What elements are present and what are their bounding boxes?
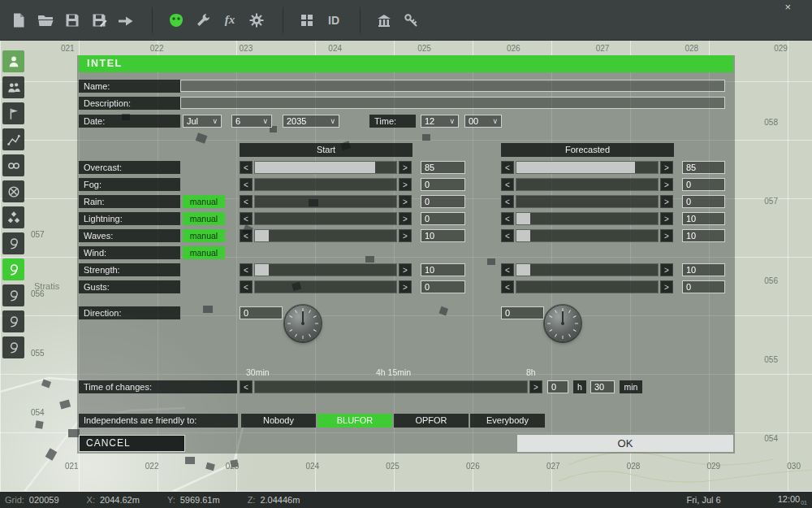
start-decrease-button[interactable]: <: [240, 263, 253, 276]
groups-mode-icon[interactable]: [2, 76, 24, 98]
forecast-increase-button[interactable]: >: [660, 212, 673, 225]
start-value-field[interactable]: 0: [421, 212, 465, 225]
start-value-field[interactable]: 0: [421, 178, 465, 191]
export-icon[interactable]: [114, 8, 138, 33]
modules-grid-icon[interactable]: [295, 8, 319, 33]
start-slider[interactable]: [254, 280, 397, 293]
time-of-changes-increase-button[interactable]: >: [529, 380, 542, 393]
manual-toggle-button[interactable]: manual: [183, 195, 225, 208]
forecast-increase-button[interactable]: >: [660, 178, 673, 191]
intel-icon[interactable]: [2, 258, 24, 280]
save-as-icon[interactable]: [87, 8, 111, 33]
start-slider[interactable]: [254, 178, 397, 191]
sensor-3-icon[interactable]: [2, 310, 24, 332]
forecast-value-field[interactable]: 10: [682, 263, 725, 276]
wind-direction-dial-forecast[interactable]: [545, 306, 581, 341]
independents-option-everybody[interactable]: Everybody: [470, 414, 545, 428]
forecast-decrease-button[interactable]: <: [501, 263, 514, 276]
minute-dropdown[interactable]: 00 ∨: [464, 115, 502, 128]
start-slider[interactable]: [254, 229, 397, 242]
manual-toggle-button[interactable]: manual: [183, 246, 225, 259]
start-value-field[interactable]: 10: [421, 263, 465, 276]
ok-button[interactable]: OK: [517, 435, 733, 452]
open-folder-icon[interactable]: [33, 8, 58, 33]
start-increase-button[interactable]: >: [399, 195, 412, 208]
modules-icon[interactable]: [2, 206, 24, 228]
forecast-value-field[interactable]: 10: [682, 212, 725, 225]
hour-dropdown[interactable]: 12 ∨: [421, 115, 459, 128]
start-value-field[interactable]: 0: [421, 195, 465, 208]
start-decrease-button[interactable]: <: [240, 280, 253, 293]
forecast-slider[interactable]: [516, 280, 659, 293]
sensor-1-icon[interactable]: [2, 232, 24, 254]
independents-option-opfor[interactable]: OPFOR: [394, 414, 469, 428]
id-icon[interactable]: ID: [322, 8, 346, 33]
independents-option-nobody[interactable]: Nobody: [241, 414, 316, 428]
wind-direction-dial-start[interactable]: [285, 306, 321, 341]
description-input[interactable]: [180, 97, 725, 109]
start-value-field[interactable]: 10: [421, 229, 465, 242]
start-increase-button[interactable]: >: [399, 178, 412, 191]
manual-toggle-button[interactable]: manual: [183, 212, 225, 225]
window-close-button[interactable]: ×: [781, 2, 794, 13]
start-slider[interactable]: [254, 195, 397, 208]
month-dropdown[interactable]: Jul ∨: [183, 115, 222, 128]
day-dropdown[interactable]: 6 ∨: [231, 115, 272, 128]
independents-option-blufor[interactable]: BLUFOR: [317, 414, 392, 428]
hours-field[interactable]: 0: [547, 380, 568, 393]
forecast-decrease-button[interactable]: <: [501, 178, 514, 191]
name-input[interactable]: [180, 80, 725, 92]
forecast-decrease-button[interactable]: <: [501, 212, 514, 225]
forecast-value-field[interactable]: 85: [682, 161, 725, 174]
cancel-button[interactable]: CANCEL: [79, 435, 185, 452]
year-dropdown[interactable]: 2035 ∨: [283, 115, 339, 128]
forecast-increase-button[interactable]: >: [660, 195, 673, 208]
functions-icon[interactable]: fx: [218, 8, 242, 33]
forecast-increase-button[interactable]: >: [660, 263, 673, 276]
waypoints-icon[interactable]: [2, 128, 24, 150]
start-increase-button[interactable]: >: [399, 212, 412, 225]
start-increase-button[interactable]: >: [399, 280, 412, 293]
manual-toggle-button[interactable]: manual: [183, 229, 225, 242]
start-decrease-button[interactable]: <: [240, 229, 253, 242]
forecast-increase-button[interactable]: >: [660, 280, 673, 293]
start-increase-button[interactable]: >: [399, 229, 412, 242]
units-mode-icon[interactable]: [2, 50, 24, 72]
start-decrease-button[interactable]: <: [240, 195, 253, 208]
structures-icon[interactable]: [372, 8, 396, 33]
forecast-slider[interactable]: [516, 161, 659, 174]
forecast-decrease-button[interactable]: <: [501, 229, 514, 242]
forecast-increase-button[interactable]: >: [660, 161, 673, 174]
new-file-icon[interactable]: [6, 8, 31, 33]
synchronize-links-icon[interactable]: [2, 154, 24, 176]
time-of-changes-decrease-button[interactable]: <: [240, 380, 253, 393]
forecast-slider[interactable]: [516, 229, 659, 242]
forecast-decrease-button[interactable]: <: [501, 195, 514, 208]
start-decrease-button[interactable]: <: [240, 178, 253, 191]
forecast-decrease-button[interactable]: <: [501, 161, 514, 174]
start-slider[interactable]: [254, 263, 397, 276]
start-increase-button[interactable]: >: [399, 263, 412, 276]
forecast-slider[interactable]: [516, 178, 659, 191]
forecast-slider[interactable]: [516, 195, 659, 208]
start-decrease-button[interactable]: <: [240, 212, 253, 225]
forecast-value-field[interactable]: 0: [682, 178, 725, 191]
forecast-increase-button[interactable]: >: [660, 229, 673, 242]
sensor-4-icon[interactable]: [2, 336, 24, 358]
minutes-field[interactable]: 30: [590, 380, 615, 393]
triggers-flag-icon[interactable]: [2, 102, 24, 124]
start-slider[interactable]: [254, 161, 397, 174]
forecast-slider[interactable]: [516, 263, 659, 276]
markers-icon[interactable]: [2, 180, 24, 202]
direction-start-field[interactable]: 0: [240, 306, 283, 319]
forecast-decrease-button[interactable]: <: [501, 280, 514, 293]
forecast-value-field[interactable]: 0: [682, 195, 725, 208]
tools-wrench-icon[interactable]: [191, 8, 215, 33]
start-increase-button[interactable]: >: [399, 161, 412, 174]
forecast-value-field[interactable]: 10: [682, 229, 725, 242]
sensor-2-icon[interactable]: [2, 284, 24, 306]
settings-gear-icon[interactable]: [244, 8, 269, 33]
forecast-value-field[interactable]: 0: [682, 280, 725, 293]
forecast-slider[interactable]: [516, 212, 659, 225]
keys-icon[interactable]: [399, 8, 423, 33]
